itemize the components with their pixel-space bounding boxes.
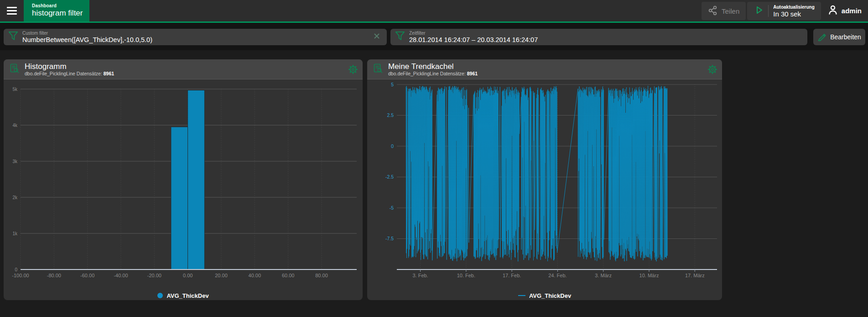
svg-text:17. März: 17. März bbox=[685, 273, 705, 278]
svg-text:4k: 4k bbox=[12, 123, 18, 128]
svg-text:3k: 3k bbox=[12, 159, 18, 164]
svg-text:0: 0 bbox=[15, 267, 17, 272]
share-icon bbox=[708, 5, 718, 17]
svg-text:-20.00: -20.00 bbox=[147, 273, 161, 278]
svg-text:40.00: 40.00 bbox=[249, 273, 261, 278]
svg-text:10. Feb.: 10. Feb. bbox=[457, 273, 475, 278]
trend-subtitle: dbo.deFile_PicklingLine Datensätze: 8961 bbox=[388, 71, 478, 76]
svg-text:1k: 1k bbox=[12, 231, 18, 236]
share-button-label: Teilen bbox=[722, 7, 739, 15]
autorefresh-button[interactable]: Autoaktualisierung In 30 sek bbox=[747, 2, 821, 20]
time-filter-funnel-icon bbox=[395, 31, 405, 43]
time-filter-panel[interactable]: Zeitfilter 28.01.2014 16:24:07 – 20.03.2… bbox=[390, 29, 807, 45]
top-bar: Dashboard histogram filter Teilen Autoak… bbox=[0, 0, 868, 21]
edit-button[interactable]: Bearbeiten bbox=[813, 29, 865, 45]
autorefresh-label: Autoaktualisierung bbox=[773, 5, 815, 10]
autorefresh-divider bbox=[768, 5, 769, 17]
svg-text:0: 0 bbox=[391, 143, 394, 149]
trend-settings-gear-icon[interactable] bbox=[707, 64, 717, 76]
svg-text:17. Feb.: 17. Feb. bbox=[503, 273, 521, 278]
dashboard-tab[interactable]: Dashboard histogram filter bbox=[24, 0, 89, 21]
svg-text:20.00: 20.00 bbox=[215, 273, 228, 278]
autorefresh-countdown: In 30 sek bbox=[773, 10, 815, 18]
trend-tile: Meine Trendkachel dbo.deFile_PicklingLin… bbox=[367, 59, 722, 300]
svg-text:-60.00: -60.00 bbox=[80, 273, 94, 278]
svg-text:-2.5: -2.5 bbox=[385, 174, 394, 180]
menu-hamburger-icon[interactable] bbox=[0, 0, 24, 21]
pencil-icon bbox=[817, 32, 826, 42]
svg-text:60.00: 60.00 bbox=[282, 273, 295, 278]
svg-text:3. Feb.: 3. Feb. bbox=[412, 273, 428, 278]
svg-text:5: 5 bbox=[391, 82, 394, 87]
svg-text:80.00: 80.00 bbox=[315, 273, 328, 278]
trend-title: Meine Trendkachel bbox=[388, 62, 478, 71]
user-icon bbox=[827, 5, 838, 17]
trend-legend-label: AVG_ThickDev bbox=[529, 292, 571, 299]
custom-filter-panel[interactable]: Custom filter NumberBetween([AVG_ThickDe… bbox=[4, 29, 387, 45]
svg-text:2k: 2k bbox=[12, 195, 18, 200]
histogram-subtitle: dbo.deFile_PicklingLine Datensätze: 8961 bbox=[25, 71, 114, 76]
svg-text:5k: 5k bbox=[12, 87, 18, 92]
svg-text:-5: -5 bbox=[390, 205, 394, 211]
svg-text:10. März: 10. März bbox=[639, 273, 659, 278]
time-filter-label: Zeitfilter bbox=[409, 31, 803, 36]
share-button[interactable]: Teilen bbox=[702, 2, 746, 20]
svg-text:24. Feb.: 24. Feb. bbox=[548, 273, 567, 278]
svg-text:2.5: 2.5 bbox=[387, 112, 394, 118]
chart-tile-icon bbox=[9, 63, 20, 76]
custom-filter-value: NumberBetween([AVG_ThickDev],-10.0,5.0) bbox=[22, 36, 371, 44]
svg-text:3. März: 3. März bbox=[595, 273, 612, 278]
chart-tile-icon bbox=[373, 63, 384, 76]
filter-funnel-icon bbox=[8, 31, 18, 43]
histogram-legend: AVG_ThickDev bbox=[4, 290, 363, 301]
svg-text:-40.00: -40.00 bbox=[114, 273, 128, 278]
histogram-chart[interactable]: 01k2k3k4k5k-100.00-80.00-60.00-40.00-20.… bbox=[4, 79, 363, 288]
histogram-title: Histogramm bbox=[25, 62, 114, 71]
histogram-legend-dot-icon bbox=[157, 293, 163, 298]
svg-text:-7.5: -7.5 bbox=[385, 236, 394, 241]
histogram-record-count: 8961 bbox=[104, 71, 114, 76]
svg-text:0.00: 0.00 bbox=[183, 273, 192, 278]
trend-chart[interactable]: 52.50-2.5-5-7.53. Feb.10. Feb.17. Feb.24… bbox=[367, 79, 722, 288]
trend-record-count: 8961 bbox=[467, 71, 478, 76]
custom-filter-label: Custom filter bbox=[22, 31, 371, 36]
dashboard-tab-name: histogram filter bbox=[32, 9, 89, 18]
dashboard-tab-label: Dashboard bbox=[32, 3, 89, 8]
time-filter-value: 28.01.2014 16:24:07 – 20.03.2014 16:24:0… bbox=[409, 36, 803, 44]
filter-bar: Custom filter NumberBetween([AVG_ThickDe… bbox=[0, 23, 868, 50]
svg-text:-100.00: -100.00 bbox=[12, 273, 29, 278]
dashboard-content: Histogramm dbo.deFile_PicklingLine Daten… bbox=[0, 50, 868, 300]
histogram-tile-header: Histogramm dbo.deFile_PicklingLine Daten… bbox=[4, 59, 363, 79]
play-icon bbox=[754, 5, 764, 17]
histogram-settings-gear-icon[interactable] bbox=[348, 64, 358, 76]
user-menu[interactable]: admin bbox=[827, 0, 862, 21]
custom-filter-close-icon[interactable] bbox=[371, 32, 382, 42]
user-name: admin bbox=[842, 7, 862, 15]
histogram-tile: Histogramm dbo.deFile_PicklingLine Daten… bbox=[4, 59, 363, 300]
trend-legend: AVG_ThickDev bbox=[367, 290, 722, 301]
edit-button-label: Bearbeiten bbox=[830, 33, 861, 41]
trend-tile-header: Meine Trendkachel dbo.deFile_PicklingLin… bbox=[367, 59, 722, 79]
trend-legend-line-icon bbox=[518, 295, 525, 296]
histogram-legend-label: AVG_ThickDev bbox=[166, 292, 208, 299]
svg-text:-80.00: -80.00 bbox=[47, 273, 61, 278]
topbar-spacer bbox=[89, 0, 702, 21]
